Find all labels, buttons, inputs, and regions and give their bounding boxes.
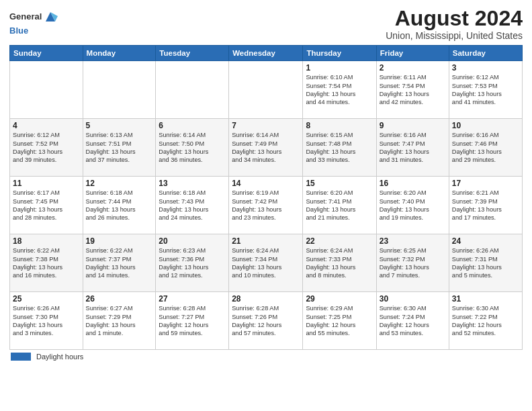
day-number: 4	[13, 121, 80, 130]
calendar-cell-w5-d4: 28Sunrise: 6:28 AMSunset: 7:26 PMDayligh…	[229, 292, 303, 350]
calendar-cell-w2-d5: 8Sunrise: 6:15 AMSunset: 7:48 PMDaylight…	[303, 119, 376, 177]
day-info: Sunrise: 6:26 AMSunset: 7:30 PMDaylight:…	[13, 304, 80, 338]
day-info: Sunrise: 6:21 AMSunset: 7:39 PMDaylight:…	[452, 189, 519, 222]
calendar-table: Sunday Monday Tuesday Wednesday Thursday…	[9, 45, 523, 350]
calendar-cell-w4-d7: 24Sunrise: 6:26 AMSunset: 7:31 PMDayligh…	[449, 234, 522, 292]
col-friday: Friday	[376, 46, 449, 61]
day-number: 8	[306, 121, 373, 130]
day-info: Sunrise: 6:29 AMSunset: 7:25 PMDaylight:…	[306, 304, 373, 338]
day-info: Sunrise: 6:18 AMSunset: 7:44 PMDaylight:…	[86, 189, 153, 222]
day-info: Sunrise: 6:23 AMSunset: 7:36 PMDaylight:…	[159, 246, 226, 280]
calendar-week-1: 1Sunrise: 6:10 AMSunset: 7:54 PMDaylight…	[10, 61, 523, 119]
day-info: Sunrise: 6:10 AMSunset: 7:54 PMDaylight:…	[306, 73, 373, 107]
day-info: Sunrise: 6:25 AMSunset: 7:32 PMDaylight:…	[380, 246, 446, 280]
day-number: 9	[380, 121, 446, 130]
day-number: 16	[380, 179, 446, 188]
day-info: Sunrise: 6:14 AMSunset: 7:49 PMDaylight:…	[232, 131, 300, 165]
calendar-week-2: 4Sunrise: 6:12 AMSunset: 7:52 PMDaylight…	[10, 119, 523, 177]
calendar-cell-w4-d5: 22Sunrise: 6:24 AMSunset: 7:33 PMDayligh…	[303, 234, 376, 292]
day-number: 22	[306, 236, 373, 246]
calendar-cell-w3-d3: 13Sunrise: 6:18 AMSunset: 7:43 PMDayligh…	[156, 177, 229, 234]
day-number: 14	[232, 179, 300, 188]
footer: Daylight hours	[9, 353, 523, 361]
day-info: Sunrise: 6:16 AMSunset: 7:47 PMDaylight:…	[380, 131, 446, 165]
day-number: 19	[86, 236, 153, 246]
logo-icon	[43, 9, 58, 24]
day-number: 20	[159, 236, 226, 246]
day-info: Sunrise: 6:17 AMSunset: 7:45 PMDaylight:…	[13, 189, 80, 222]
day-number: 2	[380, 63, 446, 73]
page-container: General Blue August 2024 Union, Mississi…	[0, 0, 532, 365]
calendar-cell-w2-d6: 9Sunrise: 6:16 AMSunset: 7:47 PMDaylight…	[376, 119, 449, 177]
calendar-cell-w1-d7: 3Sunrise: 6:12 AMSunset: 7:53 PMDaylight…	[449, 61, 522, 119]
calendar-cell-w4-d4: 21Sunrise: 6:24 AMSunset: 7:34 PMDayligh…	[229, 234, 303, 292]
col-wednesday: Wednesday	[229, 46, 303, 61]
calendar-cell-w5-d3: 27Sunrise: 6:28 AMSunset: 7:27 PMDayligh…	[156, 292, 229, 350]
day-number: 12	[86, 179, 153, 188]
calendar-cell-w2-d2: 5Sunrise: 6:13 AMSunset: 7:51 PMDaylight…	[83, 119, 156, 177]
day-info: Sunrise: 6:28 AMSunset: 7:27 PMDaylight:…	[159, 304, 226, 338]
logo-text-blue: Blue	[9, 26, 28, 36]
logo: General Blue	[9, 9, 58, 36]
day-info: Sunrise: 6:19 AMSunset: 7:42 PMDaylight:…	[232, 189, 300, 222]
day-info: Sunrise: 6:14 AMSunset: 7:50 PMDaylight:…	[159, 131, 226, 165]
day-number: 31	[452, 294, 519, 304]
calendar-cell-w5-d6: 30Sunrise: 6:30 AMSunset: 7:24 PMDayligh…	[376, 292, 449, 350]
day-number: 3	[452, 63, 519, 73]
day-number: 18	[13, 236, 80, 246]
day-info: Sunrise: 6:13 AMSunset: 7:51 PMDaylight:…	[86, 131, 153, 165]
col-sunday: Sunday	[10, 46, 83, 61]
day-info: Sunrise: 6:16 AMSunset: 7:46 PMDaylight:…	[452, 131, 519, 165]
calendar-cell-w3-d5: 15Sunrise: 6:20 AMSunset: 7:41 PMDayligh…	[303, 177, 376, 234]
day-info: Sunrise: 6:12 AMSunset: 7:53 PMDaylight:…	[452, 73, 519, 107]
day-info: Sunrise: 6:22 AMSunset: 7:38 PMDaylight:…	[13, 246, 80, 280]
day-number: 13	[159, 179, 226, 188]
calendar-cell-w2-d4: 7Sunrise: 6:14 AMSunset: 7:49 PMDaylight…	[229, 119, 303, 177]
calendar-cell-w3-d1: 11Sunrise: 6:17 AMSunset: 7:45 PMDayligh…	[10, 177, 83, 234]
title-block: August 2024 Union, Mississippi, United S…	[386, 7, 523, 41]
day-info: Sunrise: 6:20 AMSunset: 7:40 PMDaylight:…	[380, 189, 446, 222]
day-number: 25	[13, 294, 80, 304]
day-number: 6	[159, 121, 226, 130]
calendar-cell-w5-d1: 25Sunrise: 6:26 AMSunset: 7:30 PMDayligh…	[10, 292, 83, 350]
col-monday: Monday	[83, 46, 156, 61]
calendar-cell-w3-d7: 17Sunrise: 6:21 AMSunset: 7:39 PMDayligh…	[449, 177, 522, 234]
calendar-cell-w4-d2: 19Sunrise: 6:22 AMSunset: 7:37 PMDayligh…	[83, 234, 156, 292]
day-info: Sunrise: 6:28 AMSunset: 7:26 PMDaylight:…	[232, 304, 300, 338]
calendar-cell-w1-d3	[156, 61, 229, 119]
day-info: Sunrise: 6:26 AMSunset: 7:31 PMDaylight:…	[452, 246, 519, 280]
day-info: Sunrise: 6:11 AMSunset: 7:54 PMDaylight:…	[380, 73, 446, 107]
calendar-cell-w1-d4	[229, 61, 303, 119]
day-number: 23	[380, 236, 446, 246]
header: General Blue August 2024 Union, Mississi…	[9, 7, 523, 41]
calendar-cell-w2-d7: 10Sunrise: 6:16 AMSunset: 7:46 PMDayligh…	[449, 119, 522, 177]
day-number: 5	[86, 121, 153, 130]
calendar-cell-w1-d1	[10, 61, 83, 119]
day-number: 27	[159, 294, 226, 304]
subtitle: Union, Mississippi, United States	[386, 30, 523, 41]
calendar-header: Sunday Monday Tuesday Wednesday Thursday…	[10, 46, 523, 61]
calendar-cell-w5-d5: 29Sunrise: 6:29 AMSunset: 7:25 PMDayligh…	[303, 292, 376, 350]
col-thursday: Thursday	[303, 46, 376, 61]
day-number: 30	[380, 294, 446, 304]
calendar-cell-w2-d3: 6Sunrise: 6:14 AMSunset: 7:50 PMDaylight…	[156, 119, 229, 177]
calendar-cell-w4-d1: 18Sunrise: 6:22 AMSunset: 7:38 PMDayligh…	[10, 234, 83, 292]
calendar-cell-w5-d7: 31Sunrise: 6:30 AMSunset: 7:22 PMDayligh…	[449, 292, 522, 350]
day-info: Sunrise: 6:20 AMSunset: 7:41 PMDaylight:…	[306, 189, 373, 222]
calendar-cell-w3-d2: 12Sunrise: 6:18 AMSunset: 7:44 PMDayligh…	[83, 177, 156, 234]
day-info: Sunrise: 6:24 AMSunset: 7:33 PMDaylight:…	[306, 246, 373, 280]
day-number: 28	[232, 294, 300, 304]
calendar-week-4: 18Sunrise: 6:22 AMSunset: 7:38 PMDayligh…	[10, 234, 523, 292]
day-number: 10	[452, 121, 519, 130]
day-number: 11	[13, 179, 80, 188]
day-number: 21	[232, 236, 300, 246]
calendar-cell-w4-d6: 23Sunrise: 6:25 AMSunset: 7:32 PMDayligh…	[376, 234, 449, 292]
days-of-week-row: Sunday Monday Tuesday Wednesday Thursday…	[10, 46, 523, 61]
day-info: Sunrise: 6:24 AMSunset: 7:34 PMDaylight:…	[232, 246, 300, 280]
calendar-cell-w1-d6: 2Sunrise: 6:11 AMSunset: 7:54 PMDaylight…	[376, 61, 449, 119]
col-saturday: Saturday	[449, 46, 522, 61]
calendar-cell-w2-d1: 4Sunrise: 6:12 AMSunset: 7:52 PMDaylight…	[10, 119, 83, 177]
day-info: Sunrise: 6:30 AMSunset: 7:22 PMDaylight:…	[452, 304, 519, 338]
day-info: Sunrise: 6:12 AMSunset: 7:52 PMDaylight:…	[13, 131, 80, 165]
day-number: 17	[452, 179, 519, 188]
